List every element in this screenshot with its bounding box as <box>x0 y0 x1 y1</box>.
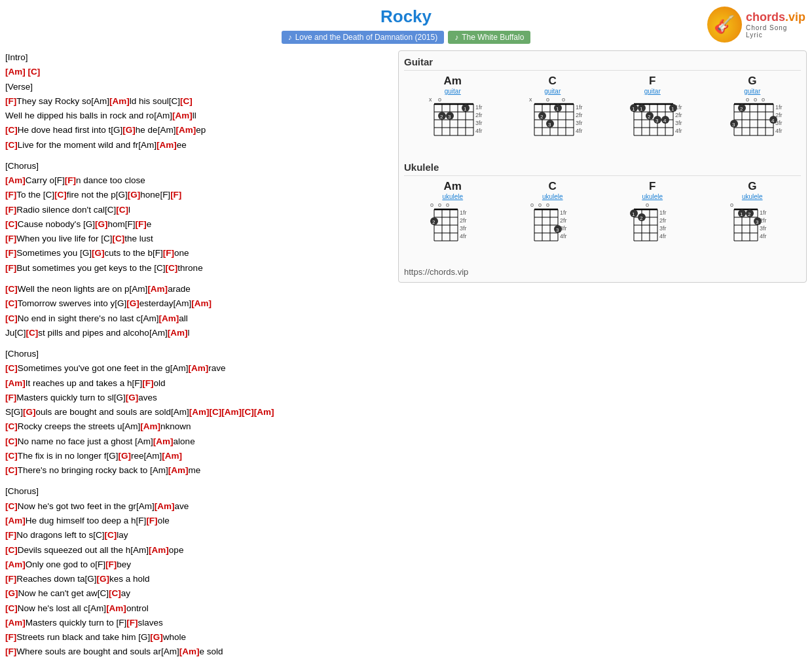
chord-marker[interactable]: [C] <box>105 530 117 540</box>
chord-marker[interactable]: [G] <box>92 248 105 258</box>
chord-marker[interactable]: [C] <box>5 436 18 446</box>
chord-marker[interactable]: [C] <box>5 465 18 475</box>
chord-marker[interactable]: [Am] <box>155 501 175 511</box>
guitar-chord-row: Am guitar x o <box>404 75 801 155</box>
album-badge[interactable]: ♪ Love and the Death of Damnation (2015) <box>282 31 444 44</box>
chord-marker[interactable]: [C] <box>5 313 18 323</box>
chord-marker[interactable]: [Am] <box>153 436 174 446</box>
chord-marker[interactable]: [F] <box>142 378 153 388</box>
chord-marker[interactable]: [Am] <box>5 67 26 77</box>
chord-marker[interactable]: [Am] <box>5 618 26 628</box>
chord-marker[interactable]: [C] <box>5 451 18 461</box>
chord-marker[interactable]: [Am] <box>106 603 126 613</box>
chord-marker[interactable]: [C] <box>113 234 125 243</box>
chord-marker[interactable]: [C] <box>26 328 39 338</box>
chord-marker[interactable]: [C] <box>26 67 41 77</box>
chord-marker[interactable]: [F] <box>163 248 174 258</box>
chord-marker[interactable]: [Am] <box>158 313 179 323</box>
chord-marker[interactable]: [F] <box>5 530 16 540</box>
chord-marker[interactable]: [F] <box>135 219 146 229</box>
chord-marker[interactable]: [Am] <box>5 516 26 525</box>
chord-marker[interactable]: [F] <box>5 393 16 402</box>
svg-text:3: 3 <box>448 114 451 120</box>
chord-marker[interactable]: [Am] <box>191 298 212 308</box>
chord-marker[interactable]: [Am] <box>168 465 189 475</box>
svg-text:2fr: 2fr <box>560 217 567 224</box>
chord-marker[interactable]: [C] <box>5 603 18 613</box>
chord-marker[interactable]: [Am] <box>175 125 196 135</box>
chord-marker[interactable]: [G] <box>150 632 163 642</box>
chord-marker[interactable]: [F] <box>5 248 16 258</box>
chord-marker[interactable]: [F] <box>170 190 181 200</box>
svg-text:2: 2 <box>540 114 544 120</box>
chord-marker[interactable]: [C] <box>5 363 18 373</box>
chord-marker[interactable]: [Am] <box>168 328 188 338</box>
lyric-text: aves <box>138 393 157 402</box>
lyric-line: [Am]He dug himself too deep a h[F][F]ole <box>5 514 392 528</box>
chord-marker[interactable]: [Am] <box>221 407 242 417</box>
chord-marker[interactable]: [G] <box>97 574 110 584</box>
chord-marker[interactable]: [C] <box>5 421 18 431</box>
chord-marker[interactable]: [Am] <box>149 545 169 555</box>
chord-marker[interactable]: [C] <box>116 205 128 215</box>
chord-marker[interactable]: [G] <box>122 125 136 135</box>
chord-marker[interactable]: [C] <box>166 263 178 273</box>
chord-marker[interactable]: [Am] <box>189 407 210 417</box>
artist-badge[interactable]: ♪ The White Buffalo <box>448 31 530 44</box>
chord-marker[interactable]: [F] <box>5 205 16 215</box>
section-label: [Chorus] <box>5 159 392 173</box>
chord-marker[interactable]: [C] <box>5 219 18 229</box>
chord-marker[interactable]: [Am] <box>172 111 193 120</box>
chord-marker[interactable]: [C] <box>180 96 193 106</box>
lyric-text: Now he's lost all c[Am] <box>18 603 106 613</box>
svg-text:2fr: 2fr <box>576 112 583 118</box>
chord-marker[interactable]: [C] <box>5 140 18 150</box>
chord-marker[interactable]: [G] <box>5 588 18 598</box>
chord-marker[interactable]: [F] <box>146 516 157 525</box>
chord-marker[interactable]: [F] <box>105 559 117 569</box>
chord-marker[interactable]: [Am] <box>109 96 130 106</box>
chord-marker[interactable]: [Am] <box>179 647 200 656</box>
chord-marker[interactable]: [Am] <box>188 363 208 373</box>
chord-marker[interactable]: [G] <box>23 407 36 417</box>
chord-marker[interactable]: [F] <box>5 632 16 642</box>
chord-marker[interactable]: [F] <box>5 190 16 200</box>
chord-marker[interactable]: [C] <box>209 407 221 417</box>
chord-marker[interactable]: [F] <box>5 574 16 584</box>
chord-marker[interactable]: [Am] <box>254 407 274 417</box>
lyric-text: ole <box>158 516 170 525</box>
svg-text:3fr: 3fr <box>659 225 667 232</box>
chord-marker[interactable]: [F] <box>5 234 16 243</box>
chord-marker[interactable]: [F] <box>5 96 16 106</box>
chord-marker[interactable]: [C] <box>109 588 121 598</box>
chord-marker[interactable]: [C] <box>5 284 18 294</box>
chord-marker[interactable]: [Am] <box>5 559 26 569</box>
chord-marker[interactable]: [G] <box>128 190 141 200</box>
ukulele-c-box: C ukulele o o o <box>504 180 602 260</box>
svg-text:4fr: 4fr <box>576 128 583 134</box>
chord-marker[interactable]: [C] <box>5 125 18 135</box>
chord-marker[interactable]: [C] <box>5 545 18 555</box>
chord-marker[interactable]: [F] <box>65 175 76 185</box>
chord-marker[interactable]: [G] <box>119 451 132 461</box>
chord-marker[interactable]: [Am] <box>140 421 160 431</box>
chord-marker[interactable]: [Am] <box>157 140 177 150</box>
svg-text:3fr: 3fr <box>675 120 682 126</box>
chord-marker[interactable]: [F] <box>5 263 16 273</box>
chord-marker[interactable]: [F] <box>126 618 138 628</box>
chord-marker[interactable]: [Am] <box>147 284 168 294</box>
svg-text:o: o <box>562 96 565 103</box>
chord-marker[interactable]: [C] <box>242 407 254 417</box>
lyric-line: [C]Cause nobody's [G][G]hom[F][F]e <box>5 217 392 232</box>
chord-marker[interactable]: [G] <box>95 219 108 229</box>
chord-marker[interactable]: [C] <box>5 501 18 511</box>
chord-marker[interactable]: [Am] <box>5 378 26 388</box>
chord-marker[interactable]: [F] <box>5 647 16 656</box>
chord-marker[interactable]: [Am] <box>162 451 182 461</box>
chord-marker[interactable]: [Am] <box>5 175 26 185</box>
chord-marker[interactable]: [G] <box>126 298 139 308</box>
chord-marker[interactable]: [C] <box>54 190 67 200</box>
chord-marker[interactable]: [C] <box>5 298 18 308</box>
chord-marker[interactable]: [G] <box>126 393 139 402</box>
svg-text:3: 3 <box>756 219 759 225</box>
